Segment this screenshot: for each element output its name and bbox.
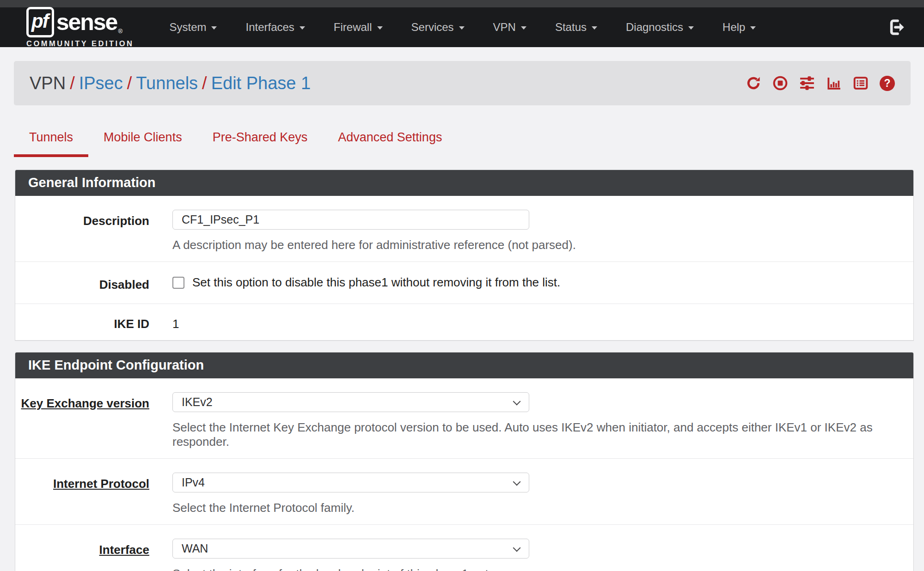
nav-item-vpn[interactable]: VPN (479, 7, 541, 47)
interface-select[interactable]: WAN (172, 539, 529, 559)
form-row-disabled: Disabled Set this option to disable this… (15, 262, 913, 304)
breadcrumb-separator: / (66, 73, 79, 93)
caret-down-icon (521, 26, 526, 30)
caret-down-icon (377, 26, 383, 30)
field-label: Description (15, 210, 149, 252)
tab-pre-shared-keys[interactable]: Pre-Shared Keys (197, 126, 323, 157)
caret-down-icon (459, 26, 465, 30)
ike-id-value: 1 (172, 313, 913, 331)
caret-down-icon (750, 26, 756, 30)
nav-item-diagnostics[interactable]: Diagnostics (612, 7, 708, 47)
bar-chart-icon[interactable] (826, 75, 842, 91)
section-title: General Information (15, 170, 913, 196)
form-row-internet-protocol: Internet Protocol IPv4 Select the Intern… (15, 459, 913, 525)
pfsense-logo[interactable]: pf sense ® COMMUNITY EDITION (26, 7, 134, 48)
description-input[interactable] (172, 210, 529, 230)
nav-item-services[interactable]: Services (397, 7, 479, 47)
breadcrumb: VPN/IPsec/Tunnels/Edit Phase 1 (30, 73, 311, 93)
nav-item-help[interactable]: Help (708, 7, 770, 47)
field-label: Disabled (15, 273, 149, 292)
field-label: Internet Protocol (15, 473, 149, 515)
caret-down-icon (592, 26, 597, 30)
caret-down-icon (688, 26, 694, 30)
nav-item-system[interactable]: System (155, 7, 231, 47)
caret-down-icon (300, 26, 305, 30)
registered-mark: ® (118, 28, 122, 35)
header-action-icons: ? (746, 75, 895, 91)
chevron-down-icon (513, 398, 521, 406)
nav-item-interfaces[interactable]: Interfaces (231, 7, 319, 47)
field-help: Select the Internet Key Exchange protoco… (172, 420, 913, 449)
sliders-icon[interactable] (799, 75, 815, 91)
breadcrumb-link-tunnels[interactable]: Tunnels (136, 73, 198, 93)
selected-option: IKEv2 (182, 395, 213, 409)
section-ike-endpoint-configuration: IKE Endpoint Configuration Key Exchange … (15, 352, 914, 571)
tab-tunnels[interactable]: Tunnels (14, 126, 88, 157)
selected-option: IPv4 (182, 476, 205, 489)
tab-mobile-clients[interactable]: Mobile Clients (88, 126, 197, 157)
form-row-description: Description A description may be entered… (15, 196, 913, 262)
field-help: Select the interface for the local endpo… (172, 567, 501, 571)
nav-menu: System Interfaces Firewall Services VPN … (155, 7, 888, 47)
field-help: A description may be entered here for ad… (172, 238, 576, 252)
field-help: Select the Internet Protocol family. (172, 501, 355, 515)
help-icon[interactable]: ? (880, 76, 895, 91)
list-icon[interactable] (853, 75, 869, 91)
browser-strip (0, 0, 924, 7)
breadcrumb-root: VPN (30, 73, 66, 93)
breadcrumb-current-page[interactable]: Edit Phase 1 (211, 73, 311, 93)
refresh-icon[interactable] (746, 75, 761, 91)
disabled-checkbox[interactable] (172, 277, 184, 289)
field-label: Interface (15, 539, 149, 571)
stop-icon[interactable] (772, 75, 788, 91)
selected-option: WAN (182, 542, 208, 555)
internet-protocol-select[interactable]: IPv4 (172, 473, 529, 492)
section-general-information: General Information Description A descri… (15, 170, 914, 341)
key-exchange-version-select[interactable]: IKEv2 (172, 392, 529, 412)
page-header-bar: VPN/IPsec/Tunnels/Edit Phase 1 (14, 61, 911, 105)
breadcrumb-separator: / (198, 73, 211, 93)
tab-advanced-settings[interactable]: Advanced Settings (323, 126, 457, 157)
edition-label: COMMUNITY EDITION (26, 39, 134, 48)
tab-bar: Tunnels Mobile Clients Pre-Shared Keys A… (14, 126, 924, 157)
field-label: IKE ID (15, 313, 149, 331)
main-navbar: pf sense ® COMMUNITY EDITION System Inte… (0, 7, 924, 47)
form-row-ike-id: IKE ID 1 (15, 304, 913, 340)
field-label: Key Exchange version (15, 392, 149, 449)
sense-logo-text: sense (56, 9, 117, 36)
sign-out-icon[interactable] (888, 18, 906, 36)
breadcrumb-separator: / (123, 73, 136, 93)
nav-item-status[interactable]: Status (541, 7, 612, 47)
section-title: IKE Endpoint Configuration (15, 352, 913, 378)
form-row-key-exchange-version: Key Exchange version IKEv2 Select the In… (15, 378, 913, 459)
chevron-down-icon (513, 544, 521, 552)
caret-down-icon (211, 26, 217, 30)
form-row-interface: Interface WAN Select the interface for t… (15, 525, 913, 571)
breadcrumb-link-ipsec[interactable]: IPsec (79, 73, 123, 93)
checkbox-label: Set this option to disable this phase1 w… (192, 275, 560, 290)
pf-logo-mark: pf (26, 7, 54, 37)
chevron-down-icon (513, 478, 521, 486)
nav-item-firewall[interactable]: Firewall (319, 7, 397, 47)
